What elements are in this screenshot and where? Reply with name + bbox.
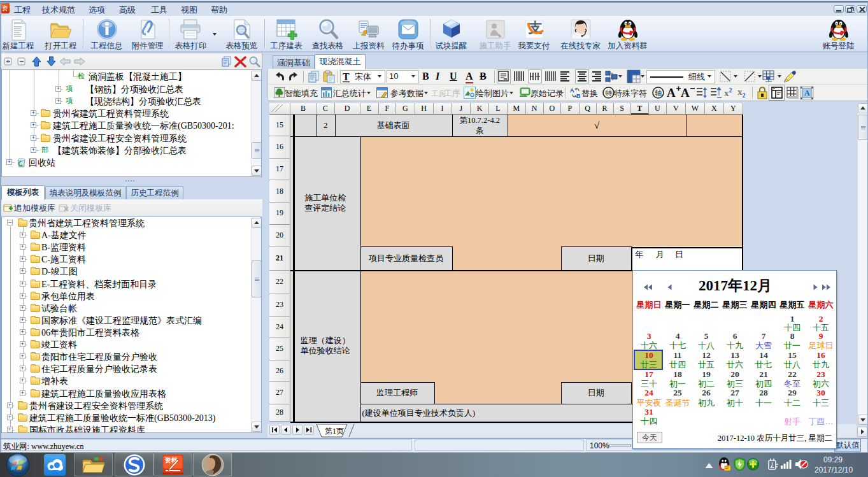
svg-text:轴: 轴 — [655, 89, 662, 97]
svg-text:第1页: 第1页 — [325, 427, 344, 436]
svg-text:特: 特 — [605, 89, 613, 97]
svg-text:T: T — [343, 71, 350, 82]
svg-text:A: A — [681, 86, 690, 99]
svg-text:B: B — [576, 93, 581, 99]
svg-text:A: A — [667, 86, 676, 99]
svg-text:A: A — [804, 89, 810, 97]
svg-text:A: A — [570, 87, 574, 94]
